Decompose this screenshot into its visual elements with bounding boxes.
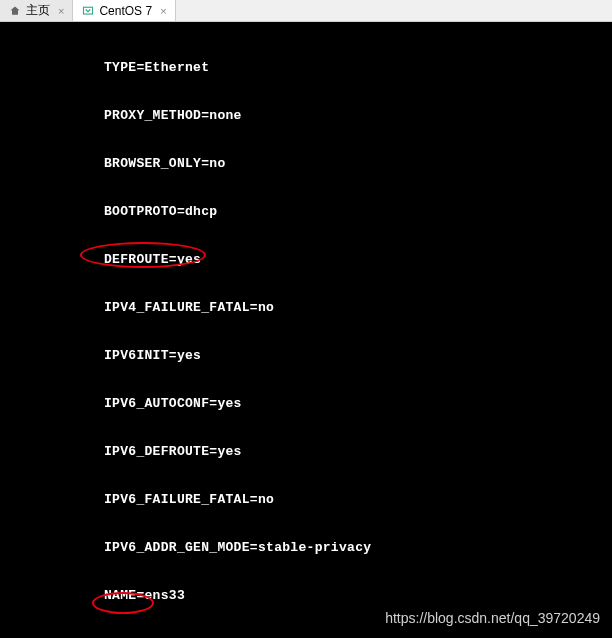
config-line: NAME=ens33 (0, 588, 612, 604)
terminal-viewport[interactable]: TYPE=Ethernet PROXY_METHOD=none BROWSER_… (0, 22, 612, 638)
config-line: DEFROUTE=yes (0, 252, 612, 268)
config-line: IPV6_FAILURE_FATAL=no (0, 492, 612, 508)
config-line: BOOTPROTO=dhcp (0, 204, 612, 220)
config-line: PROXY_METHOD=none (0, 108, 612, 124)
tab-bar: 主页 × CentOS 7 × (0, 0, 612, 22)
home-icon (8, 4, 22, 18)
config-line: IPV6_ADDR_GEN_MODE=stable-privacy (0, 540, 612, 556)
config-line: IPV6_AUTOCONF=yes (0, 396, 612, 412)
config-line: IPV4_FAILURE_FATAL=no (0, 300, 612, 316)
vm-icon (81, 4, 95, 18)
config-line: IPV6_DEFROUTE=yes (0, 444, 612, 460)
tab-centos7[interactable]: CentOS 7 × (73, 0, 175, 21)
config-line: TYPE=Ethernet (0, 60, 612, 76)
svg-rect-0 (84, 7, 93, 14)
tab-label: 主页 (26, 2, 50, 19)
close-icon[interactable]: × (58, 5, 64, 17)
tab-label: CentOS 7 (99, 4, 152, 18)
tab-home[interactable]: 主页 × (0, 0, 73, 21)
config-line: BROWSER_ONLY=no (0, 156, 612, 172)
close-icon[interactable]: × (160, 5, 166, 17)
config-line: IPV6INIT=yes (0, 348, 612, 364)
